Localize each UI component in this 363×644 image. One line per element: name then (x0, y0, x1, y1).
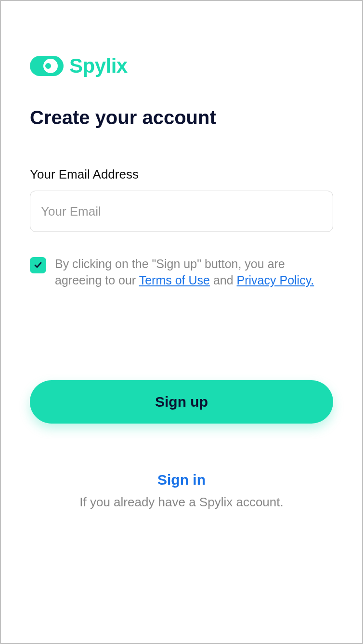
consent-and: and (213, 273, 237, 287)
email-label: Your Email Address (30, 167, 333, 182)
consent-checkbox[interactable] (30, 257, 46, 273)
signin-link[interactable]: Sign in (157, 472, 206, 488)
signin-block: Sign in If you already have a Spylix acc… (30, 472, 333, 510)
signin-subtext: If you already have a Spylix account. (30, 495, 333, 510)
spylix-logo-icon (30, 54, 64, 78)
brand-name: Spylix (69, 54, 128, 77)
signup-button[interactable]: Sign up (30, 380, 333, 424)
check-icon (33, 260, 43, 270)
consent-row: By clicking on the "Sign up" button, you… (30, 256, 333, 289)
email-field-group: Your Email Address (30, 167, 333, 232)
privacy-link[interactable]: Privacy Policy. (237, 273, 314, 287)
page-title: Create your account (30, 107, 333, 129)
consent-text: By clicking on the "Sign up" button, you… (55, 256, 333, 289)
logo: Spylix (30, 54, 333, 78)
svg-point-2 (45, 63, 51, 69)
terms-link[interactable]: Terms of Use (139, 273, 210, 287)
email-input[interactable] (30, 191, 333, 232)
